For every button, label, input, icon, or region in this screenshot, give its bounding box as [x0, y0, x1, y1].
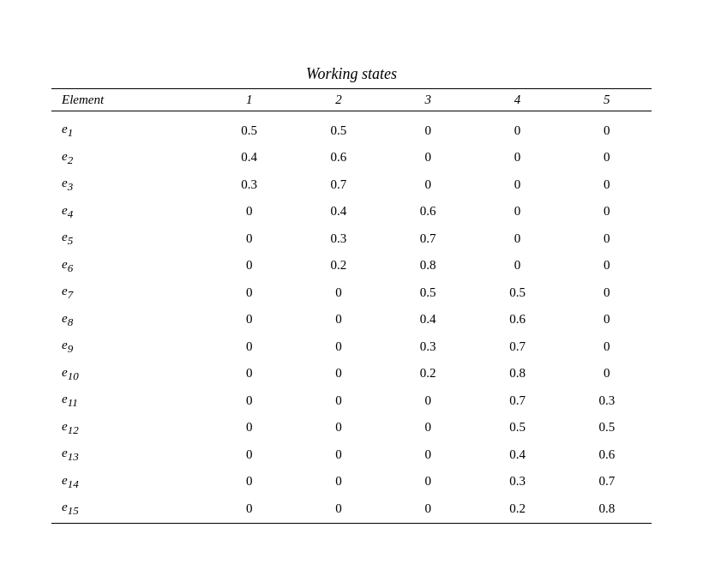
table-row: e9000.30.70: [51, 333, 652, 360]
value-cell-0-0: 0.5: [204, 114, 293, 144]
element-cell: e6: [51, 252, 204, 279]
value-cell-14-2: 0: [383, 495, 472, 523]
value-cell-1-2: 0: [383, 144, 472, 171]
table-row: e30.30.7000: [51, 171, 652, 198]
element-cell: e5: [51, 225, 204, 252]
value-cell-10-1: 0: [294, 387, 383, 414]
value-cell-9-0: 0: [204, 360, 293, 387]
state-5-header: 5: [562, 88, 652, 111]
element-cell: e10: [51, 360, 204, 387]
value-cell-7-4: 0: [562, 306, 652, 333]
table-row: e10.50.5000: [51, 114, 652, 144]
value-cell-3-1: 0.4: [294, 198, 383, 225]
value-cell-10-2: 0: [383, 387, 472, 414]
value-cell-11-3: 0.5: [472, 414, 562, 441]
value-cell-1-1: 0.6: [294, 144, 383, 171]
value-cell-0-3: 0: [472, 114, 562, 144]
state-4-header: 4: [472, 88, 562, 111]
data-table: Element 1 2 3 4 5 e10.50.5000e20.40.6000…: [51, 88, 652, 524]
value-cell-7-1: 0: [294, 306, 383, 333]
value-cell-13-3: 0.3: [472, 468, 562, 495]
element-cell: e3: [51, 171, 204, 198]
value-cell-8-4: 0: [562, 333, 652, 360]
value-cell-1-3: 0: [472, 144, 562, 171]
value-cell-14-0: 0: [204, 495, 293, 523]
value-cell-5-2: 0.8: [383, 252, 472, 279]
table-row: e140000.30.7: [51, 468, 652, 495]
value-cell-6-1: 0: [294, 279, 383, 306]
value-cell-6-4: 0: [562, 279, 652, 306]
value-cell-5-4: 0: [562, 252, 652, 279]
value-cell-8-3: 0.7: [472, 333, 562, 360]
table-row: e8000.40.60: [51, 306, 652, 333]
value-cell-11-0: 0: [204, 414, 293, 441]
element-cell: e8: [51, 306, 204, 333]
value-cell-5-3: 0: [472, 252, 562, 279]
element-cell: e13: [51, 441, 204, 468]
value-cell-1-4: 0: [562, 144, 652, 171]
element-cell: e14: [51, 468, 204, 495]
value-cell-4-3: 0: [472, 225, 562, 252]
table-row: e7000.50.50: [51, 279, 652, 306]
table-row: e400.40.600: [51, 198, 652, 225]
value-cell-9-1: 0: [294, 360, 383, 387]
table-row: e130000.40.6: [51, 441, 652, 468]
value-cell-5-1: 0.2: [294, 252, 383, 279]
value-cell-3-3: 0: [472, 198, 562, 225]
value-cell-5-0: 0: [204, 252, 293, 279]
value-cell-13-0: 0: [204, 468, 293, 495]
value-cell-2-0: 0.3: [204, 171, 293, 198]
value-cell-3-2: 0.6: [383, 198, 472, 225]
table-row: e600.20.800: [51, 252, 652, 279]
value-cell-12-4: 0.6: [562, 441, 652, 468]
value-cell-4-4: 0: [562, 225, 652, 252]
state-1-header: 1: [204, 88, 293, 111]
value-cell-4-0: 0: [204, 225, 293, 252]
table-row: e10000.20.80: [51, 360, 652, 387]
value-cell-9-4: 0: [562, 360, 652, 387]
element-cell: e12: [51, 414, 204, 441]
element-cell: e15: [51, 495, 204, 523]
value-cell-14-4: 0.8: [562, 495, 652, 523]
value-cell-11-4: 0.5: [562, 414, 652, 441]
value-cell-0-2: 0: [383, 114, 472, 144]
value-cell-3-4: 0: [562, 198, 652, 225]
element-cell: e9: [51, 333, 204, 360]
value-cell-11-1: 0: [294, 414, 383, 441]
element-header: Element: [51, 88, 204, 111]
value-cell-2-1: 0.7: [294, 171, 383, 198]
value-cell-10-0: 0: [204, 387, 293, 414]
value-cell-8-0: 0: [204, 333, 293, 360]
value-cell-4-2: 0.7: [383, 225, 472, 252]
value-cell-6-3: 0.5: [472, 279, 562, 306]
state-2-header: 2: [294, 88, 383, 111]
column-header-row: Element 1 2 3 4 5: [51, 88, 652, 111]
value-cell-7-2: 0.4: [383, 306, 472, 333]
table-row: e150000.20.8: [51, 495, 652, 523]
value-cell-12-2: 0: [383, 441, 472, 468]
value-cell-14-1: 0: [294, 495, 383, 523]
value-cell-0-1: 0.5: [294, 114, 383, 144]
value-cell-8-1: 0: [294, 333, 383, 360]
value-cell-10-4: 0.3: [562, 387, 652, 414]
element-cell: e11: [51, 387, 204, 414]
element-cell: e7: [51, 279, 204, 306]
table-row: e20.40.6000: [51, 144, 652, 171]
element-cell: e2: [51, 144, 204, 171]
table-row: e500.30.700: [51, 225, 652, 252]
table-body: e10.50.5000e20.40.6000e30.30.7000e400.40…: [51, 114, 652, 523]
value-cell-12-3: 0.4: [472, 441, 562, 468]
value-cell-4-1: 0.3: [294, 225, 383, 252]
element-cell: e1: [51, 114, 204, 144]
value-cell-10-3: 0.7: [472, 387, 562, 414]
value-cell-7-3: 0.6: [472, 306, 562, 333]
value-cell-9-2: 0.2: [383, 360, 472, 387]
table-row: e110000.70.3: [51, 387, 652, 414]
value-cell-9-3: 0.8: [472, 360, 562, 387]
value-cell-2-3: 0: [472, 171, 562, 198]
value-cell-11-2: 0: [383, 414, 472, 441]
value-cell-13-4: 0.7: [562, 468, 652, 495]
state-3-header: 3: [383, 88, 472, 111]
value-cell-12-1: 0: [294, 441, 383, 468]
value-cell-12-0: 0: [204, 441, 293, 468]
